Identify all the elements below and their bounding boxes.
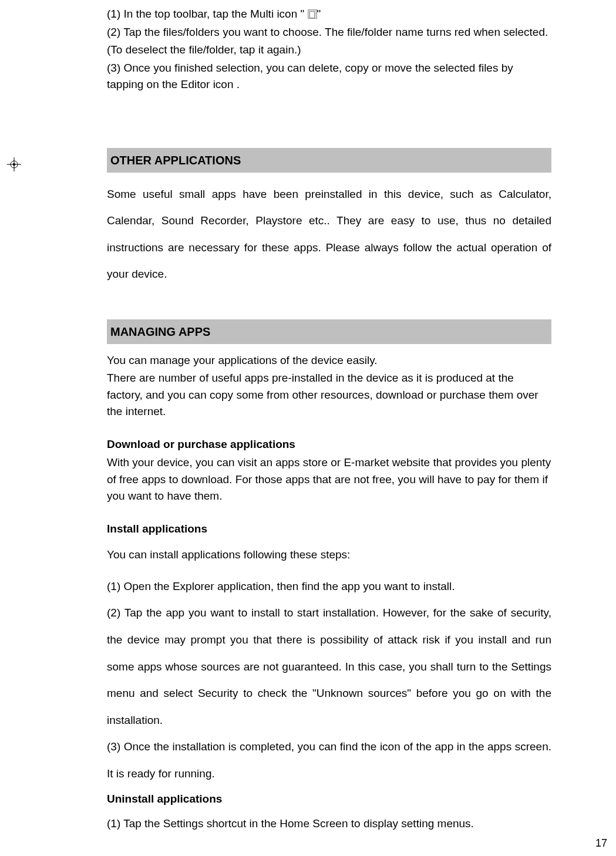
install-step-2: (2) Tap the app you want to install to s… [107, 599, 551, 733]
uninstall-step-1: (1) Tap the Settings shortcut in the Hom… [107, 815, 551, 833]
step-2-note: (To deselect the file/folder, tap it aga… [107, 42, 551, 59]
step-3: (3) Once you finished selection, you can… [107, 60, 551, 93]
managing-intro-2: There are number of useful apps pre-inst… [107, 370, 551, 420]
managing-apps-heading: MANAGING APPS [107, 319, 551, 344]
managing-intro-1: You can manage your applications of the … [107, 352, 551, 369]
multi-icon [308, 9, 317, 19]
step-1-pre: (1) In the top toolbar, tap the Multi ic… [107, 8, 308, 20]
uninstall-applications-heading: Uninstall applications [107, 791, 551, 808]
install-intro: You can install applications following t… [107, 547, 551, 564]
step-1: (1) In the top toolbar, tap the Multi ic… [107, 6, 551, 23]
page-number: 17 [595, 835, 607, 851]
other-applications-heading: OTHER APPLICATIONS [107, 148, 551, 173]
other-applications-body: Some useful small apps have been preinst… [107, 181, 551, 288]
document-body: (1) In the top toolbar, tap the Multi ic… [0, 0, 616, 838]
install-step-1: (1) Open the Explorer application, then … [107, 573, 551, 600]
download-purchase-body: With your device, you can visit an apps … [107, 454, 551, 505]
step-1-post: " [317, 8, 321, 20]
install-applications-heading: Install applications [107, 521, 551, 538]
install-step-3: (3) Once the installation is completed, … [107, 733, 551, 787]
step-2: (2) Tap the files/folders you want to ch… [107, 24, 551, 41]
registration-mark-icon [7, 157, 21, 171]
download-purchase-heading: Download or purchase applications [107, 436, 551, 453]
